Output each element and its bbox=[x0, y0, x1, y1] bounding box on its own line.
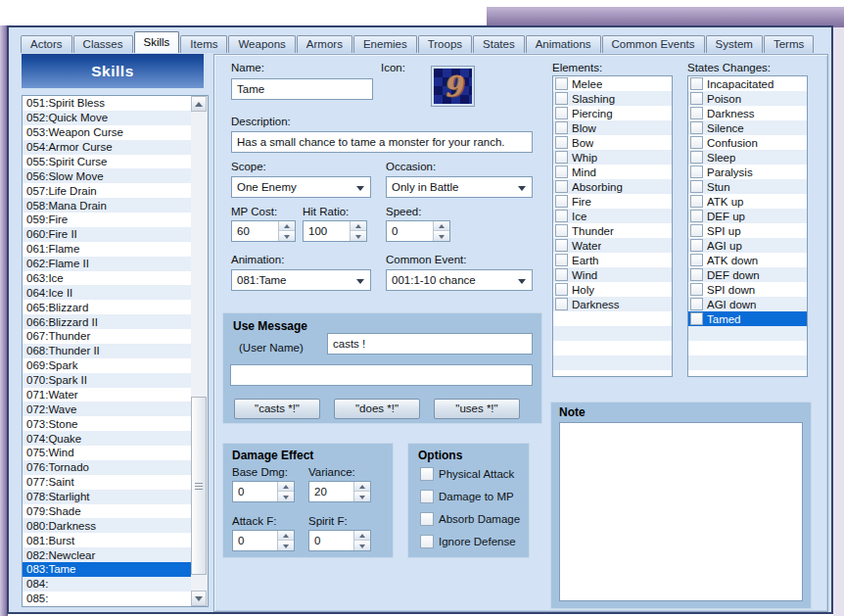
state-item-tamed[interactable]: Tamed bbox=[688, 311, 807, 326]
element-item-fire[interactable]: Fire bbox=[553, 194, 672, 209]
skill-list-item[interactable]: 071:Water bbox=[23, 388, 191, 403]
skill-icon-button[interactable]: 9 bbox=[431, 66, 475, 107]
element-item-slashing[interactable]: Slashing bbox=[553, 91, 672, 106]
state-checkbox[interactable] bbox=[690, 239, 703, 252]
state-checkbox[interactable] bbox=[690, 312, 703, 325]
speed-spinner[interactable]: 0 bbox=[386, 220, 450, 242]
skill-list-item[interactable]: 059:Fire bbox=[23, 213, 191, 227]
state-checkbox[interactable] bbox=[690, 136, 703, 149]
note-textarea[interactable] bbox=[559, 422, 803, 601]
skill-list-item[interactable]: 084: bbox=[23, 577, 191, 592]
element-checkbox[interactable] bbox=[555, 136, 568, 149]
option-checkbox[interactable] bbox=[420, 535, 434, 548]
skill-list-item[interactable]: 061:Flame bbox=[23, 242, 191, 257]
skill-list-item[interactable]: 056:Slow Move bbox=[23, 168, 191, 183]
skill-list-item[interactable]: 085: bbox=[23, 592, 191, 606]
state-item-sleep[interactable]: Sleep bbox=[688, 150, 807, 165]
does-button[interactable]: "does *!" bbox=[334, 399, 420, 419]
option-checkbox[interactable] bbox=[420, 467, 434, 481]
hit-ratio-spinner[interactable]: 100 bbox=[303, 220, 367, 242]
skill-list-item[interactable]: 073:Stone bbox=[23, 416, 191, 431]
element-item-melee[interactable]: Melee bbox=[553, 76, 672, 91]
skill-list-item[interactable]: 072:Wave bbox=[23, 402, 191, 416]
skill-list-item[interactable]: 051:Spirit Bless bbox=[23, 96, 191, 111]
option-physical-attack[interactable]: Physical Attack bbox=[420, 466, 525, 482]
skill-list-item[interactable]: 065:Blizzard bbox=[23, 300, 191, 314]
mp-cost-spinner[interactable]: 60 bbox=[231, 220, 296, 242]
tab-skills[interactable]: Skills bbox=[134, 31, 180, 53]
skill-list-item[interactable]: 054:Armor Curse bbox=[23, 140, 191, 155]
scrollbar-track[interactable] bbox=[191, 112, 207, 591]
description-input[interactable]: Has a small chance to tame a monster for… bbox=[231, 131, 533, 153]
skill-list-item[interactable]: 069:Spark bbox=[23, 358, 191, 373]
state-checkbox[interactable] bbox=[690, 166, 703, 178]
element-item-water[interactable]: Water bbox=[553, 238, 672, 253]
state-item-agi-up[interactable]: AGI up bbox=[688, 238, 807, 253]
state-item-darkness[interactable]: Darkness bbox=[688, 106, 807, 120]
tab-classes[interactable]: Classes bbox=[73, 35, 133, 53]
tab-system[interactable]: System bbox=[706, 35, 763, 53]
skill-list-item[interactable]: 064:Ice II bbox=[23, 285, 191, 300]
tab-actors[interactable]: Actors bbox=[21, 35, 72, 53]
element-checkbox[interactable] bbox=[555, 210, 568, 222]
casts-button[interactable]: "casts *!" bbox=[234, 399, 320, 419]
skill-list-item[interactable]: 082:Newclear bbox=[23, 547, 191, 562]
element-item-wind[interactable]: Wind bbox=[553, 267, 672, 282]
spirit-f-down-button[interactable] bbox=[354, 541, 370, 550]
element-checkbox[interactable] bbox=[555, 195, 568, 208]
option-damage-to-mp[interactable]: Damage to MP bbox=[420, 489, 525, 504]
tab-animations[interactable]: Animations bbox=[526, 35, 601, 53]
element-checkbox[interactable] bbox=[555, 121, 568, 134]
use-message-line2-input[interactable] bbox=[230, 364, 533, 386]
speed-down-button[interactable] bbox=[434, 231, 449, 241]
skill-list-item[interactable]: 067:Thunder bbox=[23, 329, 191, 344]
element-checkbox[interactable] bbox=[555, 151, 568, 164]
spirit-f-spinner[interactable]: 0 bbox=[308, 530, 371, 551]
element-checkbox[interactable] bbox=[555, 77, 568, 90]
element-item-absorbing[interactable]: Absorbing bbox=[553, 179, 672, 194]
skill-list-item[interactable]: 058:Mana Drain bbox=[23, 198, 191, 213]
element-checkbox[interactable] bbox=[555, 254, 568, 266]
element-item-bow[interactable]: Bow bbox=[553, 135, 672, 150]
tab-enemies[interactable]: Enemies bbox=[353, 35, 417, 53]
skill-list-item[interactable]: 052:Quick Move bbox=[23, 111, 191, 125]
skill-list-item[interactable]: 078:Starlight bbox=[23, 490, 191, 504]
state-checkbox[interactable] bbox=[690, 107, 703, 119]
element-item-darkness[interactable]: Darkness bbox=[553, 297, 672, 311]
scrollbar-thumb[interactable] bbox=[191, 397, 207, 575]
variance-up-button[interactable] bbox=[354, 482, 370, 492]
state-item-poison[interactable]: Poison bbox=[688, 91, 807, 106]
element-item-thunder[interactable]: Thunder bbox=[553, 223, 672, 238]
state-item-def-up[interactable]: DEF up bbox=[688, 209, 807, 223]
skill-list-item[interactable]: 075:Wind bbox=[23, 446, 191, 460]
skill-list-item[interactable]: 066:Blizzard II bbox=[23, 314, 191, 329]
element-checkbox[interactable] bbox=[555, 107, 568, 119]
base-dmg-up-button[interactable] bbox=[278, 482, 294, 492]
skill-list-item[interactable]: 083:Tame bbox=[23, 562, 191, 577]
base-dmg-spinner[interactable]: 0 bbox=[232, 481, 295, 502]
state-checkbox[interactable] bbox=[690, 121, 703, 134]
attack-f-down-button[interactable] bbox=[278, 541, 294, 550]
state-item-paralysis[interactable]: Paralysis bbox=[688, 165, 807, 179]
element-item-holy[interactable]: Holy bbox=[553, 282, 672, 297]
option-ignore-defense[interactable]: Ignore Defense bbox=[420, 534, 525, 549]
skill-list-item[interactable]: 079:Shade bbox=[23, 504, 191, 519]
state-checkbox[interactable] bbox=[690, 210, 703, 222]
element-item-whip[interactable]: Whip bbox=[553, 150, 672, 165]
state-checkbox[interactable] bbox=[690, 283, 703, 296]
state-item-silence[interactable]: Silence bbox=[688, 120, 807, 135]
state-item-spi-up[interactable]: SPI up bbox=[688, 223, 807, 238]
skill-list-item[interactable]: 062:Flame II bbox=[23, 257, 191, 271]
state-item-def-down[interactable]: DEF down bbox=[688, 267, 807, 282]
skill-list-item[interactable]: 074:Quake bbox=[23, 431, 191, 446]
scrollbar-down-button[interactable] bbox=[191, 591, 207, 606]
element-item-earth[interactable]: Earth bbox=[553, 253, 672, 267]
variance-down-button[interactable] bbox=[354, 492, 370, 501]
use-message-line1-input[interactable]: casts ! bbox=[327, 333, 533, 355]
element-checkbox[interactable] bbox=[555, 298, 568, 310]
uses-button[interactable]: "uses *!" bbox=[434, 399, 520, 419]
state-item-atk-up[interactable]: ATK up bbox=[688, 194, 807, 209]
element-checkbox[interactable] bbox=[555, 180, 568, 193]
speed-up-button[interactable] bbox=[434, 221, 449, 231]
state-checkbox[interactable] bbox=[690, 92, 703, 105]
